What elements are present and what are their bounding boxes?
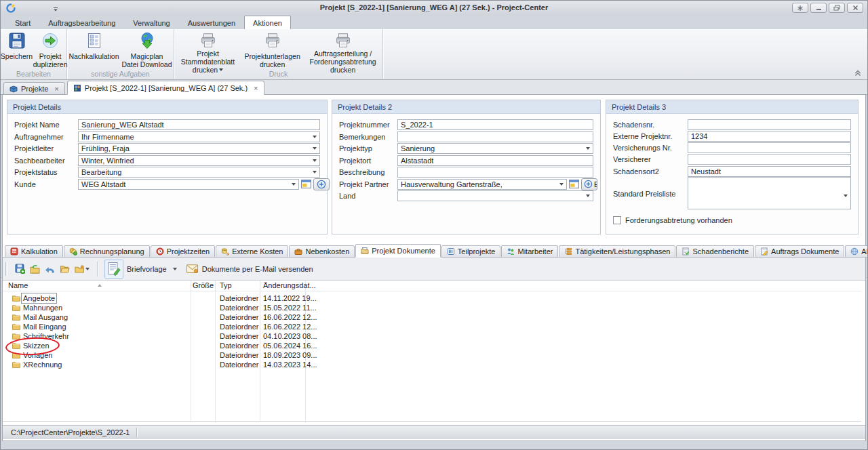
close-tab-icon[interactable]: ×: [254, 85, 258, 91]
stammdatenblatt-drucken-button[interactable]: Projekt Stammdatenblatt drucken: [174, 30, 241, 70]
magicplan-download-button[interactable]: Magicplan Datei Download: [121, 30, 173, 70]
ribbon-tab-verwaltung[interactable]: Verwaltung: [124, 16, 178, 29]
projektort-input[interactable]: Alstastadt: [397, 155, 593, 166]
field-label: Externe Projektnr.: [613, 132, 688, 140]
printer-icon: [199, 32, 217, 49]
tab-nebenkosten[interactable]: Nebenkosten: [289, 245, 355, 258]
table-row[interactable]: Vorlagen Dateiordner 18.09.2023 09...: [3, 350, 861, 360]
tab-projektzeiten[interactable]: Projektzeiten: [151, 245, 216, 258]
nachkalkulation-button[interactable]: Nachkalkulation: [68, 30, 120, 70]
externe-projektnr-input[interactable]: 1234: [688, 131, 851, 142]
toolbar-grip[interactable]: [5, 262, 7, 276]
tab-teilprojekte[interactable]: Teilprojekte: [441, 245, 501, 258]
folder-icon: [12, 294, 20, 304]
plus-circle-icon: [584, 180, 593, 188]
briefvorlage-button[interactable]: Briefvorlage: [104, 260, 177, 279]
field-label: Versicherungs Nr.: [613, 144, 688, 152]
open-form-icon[interactable]: [301, 180, 311, 188]
versicherer-input[interactable]: [688, 154, 851, 165]
field-label: Projektleiter: [14, 144, 78, 152]
projektstatus-combo[interactable]: Bearbeitung: [78, 167, 320, 178]
tab-auftrags-dokumente[interactable]: Auftrags Dokumente: [755, 245, 844, 258]
schadensnr-input[interactable]: [688, 119, 851, 130]
save-button[interactable]: Speichern: [1, 30, 33, 70]
ribbon-tab-auswertungen[interactable]: Auswertungen: [179, 16, 244, 29]
column-header-size[interactable]: Größe: [193, 281, 213, 289]
printer-icon: [334, 32, 352, 49]
ribbon: Speichern Projekt duplizieren Bearbeiten…: [1, 29, 867, 80]
versicherungs-nr-input[interactable]: [688, 142, 851, 153]
projects-icon: [9, 85, 18, 93]
kunde-combo[interactable]: WEG Altstadt: [78, 179, 299, 190]
table-row[interactable]: XRechnung Dateiordner 14.03.2023 14...: [3, 360, 861, 369]
table-row[interactable]: Mail Ausgang Dateiordner 16.06.2022 12..…: [3, 312, 861, 322]
tab-rechnungsplanung[interactable]: Rechnungsplanung: [64, 245, 150, 258]
tab-schadenberichte[interactable]: Schadenberichte: [676, 245, 754, 258]
projekt-name-input[interactable]: Sanierung_WEG Altstadt: [78, 119, 320, 130]
collapse-ribbon-icon[interactable]: [854, 70, 862, 77]
ribbon-group-druck: Projekt Stammdatenblatt drucken Projektu…: [174, 29, 383, 79]
tab-kalkulation[interactable]: Kalkulation: [5, 245, 63, 258]
status-separator: [136, 428, 137, 437]
column-header-type[interactable]: Typ: [220, 281, 232, 289]
table-row[interactable]: Mail Eingang Dateiordner 16.06.2022 12..…: [3, 322, 861, 331]
projektnummer-input[interactable]: S_2022-1: [397, 119, 593, 130]
tab-externe-kosten[interactable]: Externe Kosten: [216, 245, 288, 258]
close-tab-icon[interactable]: ×: [54, 85, 58, 92]
tab-aktivitaeten[interactable]: Aktivitäten: [845, 245, 868, 258]
projekt-partner-combo[interactable]: Hausverwaltung Gartenstraße,: [397, 179, 567, 190]
tab-projekte[interactable]: Projekte ×: [3, 82, 65, 95]
schadensort2-input[interactable]: Neustadt: [688, 166, 851, 177]
auftragnehmer-combo[interactable]: Ihr Firmenname: [78, 131, 320, 142]
import-folder-button[interactable]: [29, 264, 40, 274]
add-projekt-partner-button[interactable]: E: [581, 178, 597, 190]
undo-button[interactable]: [44, 264, 55, 274]
table-row-skizzen[interactable]: Skizzen Dateiordner 05.06.2024 16...: [3, 341, 861, 350]
close-button[interactable]: [847, 3, 863, 13]
standard-preisliste-combo[interactable]: [688, 177, 851, 209]
chevron-down-icon: [85, 268, 90, 272]
phases-icon: [564, 247, 572, 255]
forderungsabtretung-checkbox[interactable]: Forderungsabtretung vorhanden: [613, 216, 732, 224]
plus-circle-icon: [317, 180, 326, 189]
tab-taetigkeiten-leistungsphasen[interactable]: Tätigkeiten/Leistungsphasen: [559, 245, 675, 258]
beschreibung-input[interactable]: [397, 167, 593, 178]
minimize-button[interactable]: [810, 3, 827, 13]
restore-button[interactable]: [829, 3, 845, 13]
projektunterlagen-drucken-button[interactable]: Projektunterlagen drucken: [243, 30, 302, 70]
ribbon-tab-aktionen[interactable]: Aktionen: [244, 16, 291, 29]
ribbon-tab-bar: Start Auftragsbearbeitung Verwaltung Aus…: [1, 16, 867, 29]
table-row[interactable]: Mahnungen Dateiordner 15.05.2022 11...: [3, 303, 861, 312]
save-document-button[interactable]: [14, 264, 25, 274]
send-documents-email-button[interactable]: Dokumente per E-Mail versenden: [186, 264, 313, 273]
folder-options-button[interactable]: [74, 264, 90, 274]
ribbon-tab-start[interactable]: Start: [6, 16, 39, 29]
land-combo[interactable]: [397, 190, 593, 201]
auftragserteilung-drucken-button[interactable]: Auftragserteilung / Forderungsabtretung …: [303, 30, 382, 70]
tab-mitarbeiter[interactable]: Mitarbeiter: [501, 245, 558, 258]
panel-projekt-details: Projekt Details Projekt Name Sanierung_W…: [7, 100, 328, 234]
open-form-icon[interactable]: [569, 180, 579, 188]
add-kunde-button[interactable]: [313, 178, 330, 190]
window-style-button[interactable]: [792, 3, 808, 13]
documents-toolbar: Briefvorlage Dokumente per E-Mail versen…: [3, 258, 865, 281]
table-row[interactable]: Angebote Dateiordner 14.11.2022 19...: [3, 293, 861, 303]
tab-projekt-s2022-1[interactable]: Projekt [S_2022-1] [Sanierung_WEG A] (27…: [67, 81, 264, 95]
ribbon-group-sonstige-aufgaben: Nachkalkulation Magicplan Datei Download…: [67, 29, 174, 79]
ribbon-tab-auftragsbearbeitung[interactable]: Auftragsbearbeitung: [39, 16, 124, 29]
tab-projekt-dokumente[interactable]: Projekt Dokumente: [355, 244, 441, 258]
chevron-down-icon: [313, 171, 317, 176]
bemerkungen-input[interactable]: [397, 131, 593, 142]
projekttyp-combo[interactable]: Sanierung: [397, 143, 593, 154]
duplicate-project-button[interactable]: Projekt duplizieren: [34, 30, 66, 70]
open-folder-button[interactable]: [59, 264, 70, 274]
chevron-down-icon: [313, 136, 317, 140]
checkbox-unchecked-icon[interactable]: [613, 216, 621, 224]
column-header-name[interactable]: Name: [8, 281, 28, 289]
column-header-modified[interactable]: Änderungsdat...: [263, 281, 316, 289]
table-row[interactable]: Schriftverkehr Dateiordner 04.10.2023 08…: [3, 331, 861, 341]
folder-icon: [75, 265, 84, 273]
projektleiter-combo[interactable]: Frühling, Fraja: [78, 143, 320, 154]
external-costs-icon: [221, 247, 229, 255]
sachbearbeiter-combo[interactable]: Winter, Winfried: [78, 155, 320, 166]
